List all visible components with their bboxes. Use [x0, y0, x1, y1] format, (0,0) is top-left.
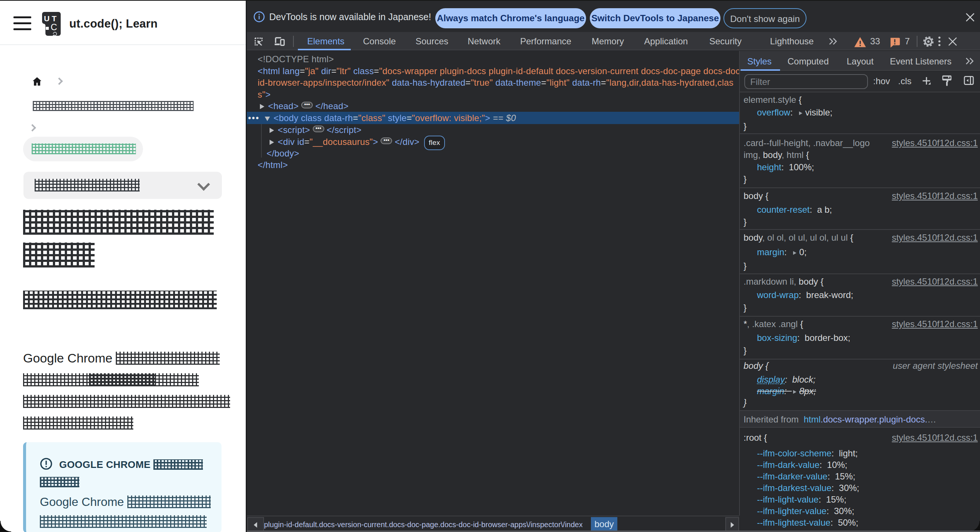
- svg-text:C: C: [51, 22, 57, 32]
- svg-text:T: T: [52, 14, 57, 23]
- svg-text:U: U: [44, 14, 49, 23]
